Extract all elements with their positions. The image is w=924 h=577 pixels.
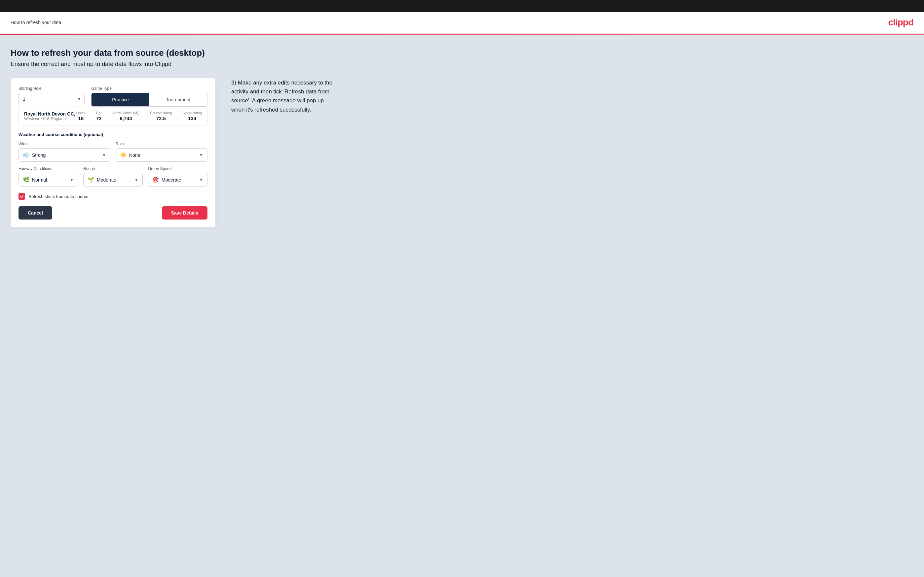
stat-par: Par 72 (96, 111, 102, 121)
green-speed-group: Green Speed 🎯 Moderate ▼ (148, 166, 207, 187)
rough-select[interactable]: 🌱 Moderate ▼ (83, 173, 143, 187)
refresh-checkbox-row: Refresh shots from data source (18, 193, 207, 200)
rough-arrow-icon: ▼ (134, 177, 139, 182)
course-rating-label: Course rating (150, 111, 172, 115)
fairway-value: Normal (32, 177, 67, 182)
green-speed-select[interactable]: 🎯 Moderate ▼ (148, 173, 207, 187)
form-panel: Starting Hole 1 10 ▼ Game Type Practice … (11, 78, 215, 227)
game-type-label: Game Type (91, 86, 207, 91)
rain-select[interactable]: ☀️ None ▼ (116, 148, 207, 162)
page-heading: How to refresh your data from source (de… (11, 48, 913, 58)
rough-value: Moderate (97, 177, 132, 182)
page-subheading: Ensure the correct and most up to date d… (11, 61, 913, 68)
green-speed-icon: 🎯 (152, 177, 159, 183)
footer: Copyright Clippd 2022 (0, 572, 924, 577)
stat-holes: Holes 18 (76, 111, 86, 121)
starting-hole-select[interactable]: 1 10 (18, 93, 84, 105)
course-stats: Holes 18 Par 72 Yards/White (M)) 6,744 C… (76, 111, 202, 121)
tournament-button[interactable]: Tournament (149, 93, 207, 106)
top-bar (0, 0, 924, 12)
par-label: Par (96, 111, 102, 115)
course-location: Westward Ho!, England (24, 116, 76, 121)
conditions-grid: Wind 💨 Strong ▼ Rain (18, 142, 207, 187)
holes-value: 18 (78, 116, 84, 121)
conditions-section-title: Weather and course conditions (optional) (18, 132, 207, 137)
refresh-label: Refresh shots from data source (28, 194, 88, 199)
course-card: Royal North Devon GC, Westward Ho!, Engl… (18, 106, 207, 126)
fairway-group: Fairway Conditions 🌿 Normal ▼ (18, 166, 78, 187)
refresh-checkbox[interactable] (18, 193, 25, 200)
slope-rating-value: 134 (188, 116, 196, 121)
rain-group: Rain ☀️ None ▼ (116, 142, 207, 162)
fairway-arrow-icon: ▼ (70, 177, 74, 182)
game-type-toggle: Practice Tournament (91, 93, 207, 106)
wind-icon: 💨 (23, 152, 29, 158)
rain-arrow-icon: ▼ (199, 153, 203, 158)
rain-label: Rain (116, 142, 207, 146)
main-content: How to refresh your data from source (de… (0, 35, 924, 572)
checkmark-icon (20, 194, 24, 198)
save-button[interactable]: Save Details (162, 206, 208, 219)
starting-hole-select-wrapper: 1 10 ▼ (18, 93, 84, 105)
conditions-row-1: Wind 💨 Strong ▼ Rain (18, 142, 207, 162)
wind-arrow-icon: ▼ (102, 153, 106, 158)
starting-hole-label: Starting Hole (18, 86, 84, 91)
stat-course-rating: Course rating 72.5 (150, 111, 172, 121)
rough-group: Rough 🌱 Moderate ▼ (83, 166, 143, 187)
fairway-select[interactable]: 🌿 Normal ▼ (18, 173, 78, 187)
header: How to refresh your data clippd (0, 12, 924, 34)
green-speed-label: Green Speed (148, 166, 207, 171)
rough-label: Rough (83, 166, 143, 171)
header-title: How to refresh your data (11, 20, 61, 25)
form-actions: Cancel Save Details (18, 206, 207, 219)
green-speed-select-wrapper: 🎯 Moderate ▼ (148, 173, 207, 187)
course-rating-value: 72.5 (156, 116, 166, 121)
rough-select-wrapper: 🌱 Moderate ▼ (83, 173, 143, 187)
logo: clippd (888, 17, 913, 28)
green-speed-value: Moderate (162, 177, 197, 182)
slope-rating-label: Slope rating (183, 111, 202, 115)
course-info: Royal North Devon GC, Westward Ho!, Engl… (24, 111, 76, 121)
starting-hole-group: Starting Hole 1 10 ▼ (18, 86, 84, 105)
rain-select-wrapper: ☀️ None ▼ (116, 148, 207, 162)
content-area: Starting Hole 1 10 ▼ Game Type Practice … (11, 78, 913, 227)
fairway-icon: 🌿 (23, 177, 29, 183)
fairway-label: Fairway Conditions (18, 166, 78, 171)
holes-label: Holes (76, 111, 86, 115)
rain-icon: ☀️ (120, 152, 126, 158)
wind-label: Wind (18, 142, 110, 146)
wind-group: Wind 💨 Strong ▼ (18, 142, 110, 162)
game-type-group: Game Type Practice Tournament (91, 86, 207, 106)
yards-label: Yards/White (M)) (112, 111, 139, 115)
conditions-row-2: Fairway Conditions 🌿 Normal ▼ Rough (18, 166, 207, 187)
green-speed-arrow-icon: ▼ (199, 177, 203, 182)
stat-slope-rating: Slope rating 134 (183, 111, 202, 121)
rough-icon: 🌱 (87, 177, 94, 183)
side-description: 3) Make any extra edits necessary to the… (231, 78, 337, 114)
stat-yards: Yards/White (M)) 6,744 (112, 111, 139, 121)
fairway-select-wrapper: 🌿 Normal ▼ (18, 173, 78, 187)
wind-select[interactable]: 💨 Strong ▼ (18, 148, 110, 162)
par-value: 72 (96, 116, 102, 121)
cancel-button[interactable]: Cancel (18, 206, 52, 219)
wind-value: Strong (32, 153, 99, 158)
course-name: Royal North Devon GC, (24, 111, 76, 116)
wind-select-wrapper: 💨 Strong ▼ (18, 148, 110, 162)
yards-value: 6,744 (120, 116, 132, 121)
practice-button[interactable]: Practice (92, 93, 149, 106)
rain-value: None (129, 153, 197, 158)
form-top-row: Starting Hole 1 10 ▼ Game Type Practice … (18, 86, 207, 106)
